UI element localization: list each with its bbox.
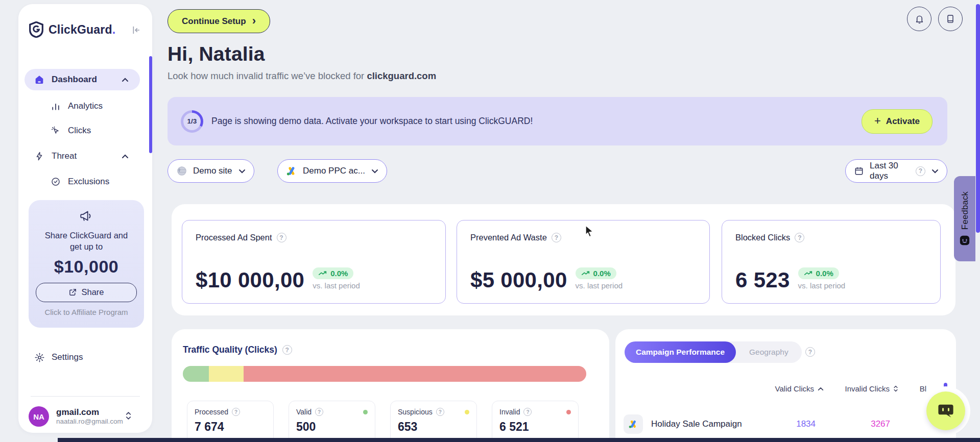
sidebar-item-dashboard[interactable]: Dashboard — [25, 69, 140, 90]
sidebar-scrollbar[interactable] — [149, 56, 152, 153]
page-subtitle: Look how much invalid traffic we’ve bloc… — [168, 70, 436, 82]
external-link-icon — [68, 288, 77, 297]
column-header-valid-clicks[interactable]: Valid Clicks — [775, 384, 824, 393]
help-icon[interactable]: ? — [523, 408, 532, 416]
tab-geography[interactable]: Geography — [736, 348, 802, 357]
sidebar-item-label: Analytics — [68, 101, 103, 111]
chevron-down-icon — [238, 169, 246, 174]
feedback-label: Feedback — [960, 191, 970, 230]
help-icon[interactable]: ? — [916, 166, 925, 176]
docs-button[interactable] — [938, 7, 963, 31]
sidebar-item-label: Threat — [52, 151, 77, 161]
page-title: Hi, Natalia — [168, 43, 265, 65]
sidebar-item-analytics[interactable]: Analytics — [25, 95, 140, 117]
avatar: NA — [29, 406, 49, 427]
trend-up-icon — [804, 271, 813, 276]
compare-caption: vs. last period — [798, 281, 846, 290]
site-filter-dropdown[interactable]: Demo site — [168, 159, 254, 183]
lightning-icon — [34, 151, 45, 162]
chevron-up-icon — [122, 154, 129, 159]
help-icon[interactable]: ? — [282, 345, 292, 355]
page-scrollbar[interactable] — [976, 4, 980, 233]
badge-check-icon — [50, 176, 61, 187]
setup-progress-ring: 1/3 — [181, 110, 203, 133]
gear-icon — [34, 352, 45, 363]
date-range-dropdown[interactable]: Last 30 days ? — [845, 159, 947, 183]
help-icon[interactable]: ? — [232, 408, 240, 416]
traffic-quality-title: Traffic Quality (Clicks) — [183, 345, 277, 355]
change-badge: 0.0% — [576, 267, 616, 279]
divider — [31, 396, 140, 397]
bell-icon — [914, 14, 925, 24]
trend-up-icon — [318, 271, 327, 276]
suspicious-dot — [465, 410, 469, 414]
chat-launcher-button[interactable] — [926, 391, 965, 430]
campaign-name: Holiday Sale Campaign — [651, 419, 742, 429]
bar-chart-icon — [50, 101, 61, 112]
google-ads-icon — [624, 414, 643, 434]
column-header-blocked[interactable]: Bl — [920, 384, 926, 393]
traffic-quality-segment-invalid — [244, 366, 586, 382]
chevron-down-icon — [931, 169, 939, 174]
sidebar-item-label: Settings — [52, 352, 83, 362]
megaphone-icon — [79, 209, 94, 223]
traffic-quality-segment-valid — [183, 366, 209, 382]
panel-tabs: Campaign Performance Geography — [625, 341, 802, 363]
traffic-quality-segment-suspicious — [209, 366, 243, 382]
traffic-quality-bar — [183, 366, 586, 382]
sidebar-collapse-button[interactable] — [129, 23, 142, 37]
brand-logo[interactable]: ClickGuard. — [29, 21, 115, 38]
chat-bubble-icon — [937, 402, 954, 420]
help-icon[interactable]: ? — [277, 233, 286, 242]
help-icon[interactable]: ? — [552, 233, 561, 242]
trend-up-icon — [581, 271, 590, 276]
change-badge: 0.0% — [313, 267, 353, 279]
ppc-account-filter-dropdown[interactable]: Demo PPC ac... — [277, 159, 387, 183]
notifications-button[interactable] — [907, 7, 931, 31]
feedback-tab[interactable]: Feedback — [954, 176, 975, 261]
help-icon[interactable]: ? — [315, 408, 323, 416]
sidebar-item-clicks[interactable]: Clicks — [25, 120, 140, 141]
activate-button[interactable]: + Activate — [862, 109, 933, 134]
stat-card-processed-ad-spent: Processed Ad Spent? $10 000,00 0.0% vs. … — [182, 220, 446, 304]
column-header-invalid-clicks[interactable]: Invalid Clicks — [845, 384, 898, 393]
clickguard-shield-icon — [29, 21, 44, 38]
tab-campaign-performance[interactable]: Campaign Performance — [625, 341, 736, 363]
campaign-row[interactable]: Holiday Sale Campaign 1834 3267 — [624, 410, 948, 438]
sidebar: ClickGuard. Dashboard Analytics Clicks — [18, 4, 152, 433]
traffic-card-valid: Valid? 500 +0.00% — [289, 401, 375, 442]
stat-card-prevented-ad-waste: Prevented Ad Waste? $5 000,00 0.0% vs. l… — [457, 220, 710, 304]
calendar-icon — [854, 166, 864, 176]
sidebar-item-exclusions[interactable]: Exclusions — [25, 171, 140, 192]
help-icon[interactable]: ? — [805, 347, 815, 357]
campaign-performance-panel: Campaign Performance Geography ? Valid C… — [615, 329, 956, 442]
banner-message: Page is showing demo data. Activate your… — [211, 116, 533, 127]
chevron-up-down-icon — [125, 411, 132, 423]
compare-caption: vs. last period — [313, 281, 360, 290]
valid-clicks-value: 1834 — [796, 419, 816, 429]
affiliate-program-link[interactable]: Click to Affiliate Program — [29, 308, 144, 316]
home-icon — [34, 74, 45, 85]
sidebar-item-settings[interactable]: Settings — [25, 347, 140, 367]
continue-setup-button[interactable]: Continue Setup › — [168, 9, 270, 33]
account-switcher[interactable]: NA gmail.com naatali.ro@gmail.com — [25, 402, 146, 431]
help-icon[interactable]: ? — [795, 233, 804, 242]
arrow-right-icon: › — [252, 15, 256, 27]
bottom-edge-bar — [58, 438, 980, 442]
sort-both-icon — [893, 385, 898, 392]
affiliate-promo-card: Share ClickGuard and get up to $10,000 S… — [29, 200, 144, 328]
invalid-clicks-value: 3267 — [871, 419, 890, 429]
sidebar-item-threat[interactable]: Threat — [25, 145, 140, 167]
plus-icon: + — [874, 115, 881, 127]
share-button[interactable]: Share — [36, 283, 137, 302]
brand-name: ClickGuard. — [49, 23, 115, 37]
promo-text: Share ClickGuard and get up to — [29, 230, 144, 253]
change-badge: 0.0% — [798, 267, 839, 279]
compare-caption: vs. last period — [576, 281, 623, 290]
stat-value: $5 000,00 — [470, 269, 567, 291]
promo-amount: $10,000 — [29, 257, 144, 277]
stat-value: 6 523 — [735, 269, 790, 291]
help-icon[interactable]: ? — [436, 408, 444, 416]
traffic-card-invalid: Invalid? 6 521 +0.00% — [492, 401, 579, 442]
book-icon — [945, 14, 955, 24]
